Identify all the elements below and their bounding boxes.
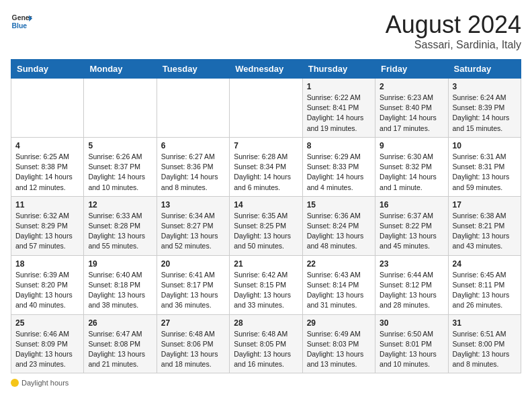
day-info: Sunrise: 6:31 AM Sunset: 8:31 PM Dayligh… bbox=[453, 152, 517, 193]
calendar-cell: 27Sunrise: 6:48 AM Sunset: 8:06 PM Dayli… bbox=[157, 314, 229, 373]
day-number: 12 bbox=[88, 200, 152, 210]
calendar-week-row: 11Sunrise: 6:32 AM Sunset: 8:29 PM Dayli… bbox=[11, 196, 521, 255]
day-info: Sunrise: 6:38 AM Sunset: 8:21 PM Dayligh… bbox=[453, 211, 517, 252]
day-info: Sunrise: 6:44 AM Sunset: 8:12 PM Dayligh… bbox=[380, 270, 443, 311]
day-number: 3 bbox=[453, 82, 517, 91]
calendar-cell: 13Sunrise: 6:34 AM Sunset: 8:27 PM Dayli… bbox=[157, 196, 229, 255]
day-info: Sunrise: 6:45 AM Sunset: 8:11 PM Dayligh… bbox=[453, 270, 517, 311]
day-info: Sunrise: 6:36 AM Sunset: 8:24 PM Dayligh… bbox=[307, 211, 371, 252]
calendar-cell bbox=[84, 79, 157, 138]
day-info: Sunrise: 6:51 AM Sunset: 8:00 PM Dayligh… bbox=[453, 329, 517, 370]
day-number: 15 bbox=[307, 200, 371, 210]
col-header-friday: Friday bbox=[375, 60, 448, 79]
calendar-cell: 22Sunrise: 6:43 AM Sunset: 8:14 PM Dayli… bbox=[302, 255, 375, 314]
title-block: August 2024 Sassari, Sardinia, Italy bbox=[386, 11, 521, 51]
sun-icon bbox=[11, 379, 19, 387]
col-header-monday: Monday bbox=[84, 60, 157, 79]
calendar-cell: 21Sunrise: 6:42 AM Sunset: 8:15 PM Dayli… bbox=[230, 255, 302, 314]
page-header: General Blue August 2024 Sassari, Sardin… bbox=[11, 11, 521, 51]
day-info: Sunrise: 6:37 AM Sunset: 8:22 PM Dayligh… bbox=[380, 211, 443, 252]
calendar-week-row: 1Sunrise: 6:22 AM Sunset: 8:41 PM Daylig… bbox=[11, 79, 521, 138]
col-header-wednesday: Wednesday bbox=[230, 60, 302, 79]
day-number: 13 bbox=[161, 200, 225, 210]
day-number: 24 bbox=[453, 259, 517, 269]
col-header-tuesday: Tuesday bbox=[157, 60, 229, 79]
calendar-cell: 6Sunrise: 6:27 AM Sunset: 8:36 PM Daylig… bbox=[157, 137, 229, 196]
calendar-cell: 4Sunrise: 6:25 AM Sunset: 8:38 PM Daylig… bbox=[11, 137, 84, 196]
calendar-footer: Daylight hours bbox=[11, 379, 521, 388]
day-number: 5 bbox=[88, 141, 152, 150]
calendar-cell: 18Sunrise: 6:39 AM Sunset: 8:20 PM Dayli… bbox=[11, 255, 84, 314]
day-number: 18 bbox=[15, 259, 79, 269]
day-info: Sunrise: 6:34 AM Sunset: 8:27 PM Dayligh… bbox=[161, 211, 225, 252]
day-info: Sunrise: 6:39 AM Sunset: 8:20 PM Dayligh… bbox=[15, 270, 79, 311]
day-info: Sunrise: 6:47 AM Sunset: 8:08 PM Dayligh… bbox=[88, 329, 152, 370]
day-number: 6 bbox=[161, 141, 225, 150]
day-info: Sunrise: 6:33 AM Sunset: 8:28 PM Dayligh… bbox=[88, 211, 152, 252]
calendar-cell: 3Sunrise: 6:24 AM Sunset: 8:39 PM Daylig… bbox=[448, 79, 521, 138]
day-info: Sunrise: 6:48 AM Sunset: 8:06 PM Dayligh… bbox=[161, 329, 225, 370]
day-info: Sunrise: 6:23 AM Sunset: 8:40 PM Dayligh… bbox=[380, 93, 443, 134]
day-number: 25 bbox=[15, 318, 79, 328]
calendar-cell: 25Sunrise: 6:46 AM Sunset: 8:09 PM Dayli… bbox=[11, 314, 84, 373]
day-number: 28 bbox=[234, 318, 298, 328]
day-number: 21 bbox=[234, 259, 298, 269]
calendar-cell: 19Sunrise: 6:40 AM Sunset: 8:18 PM Dayli… bbox=[84, 255, 157, 314]
day-info: Sunrise: 6:46 AM Sunset: 8:09 PM Dayligh… bbox=[15, 329, 79, 370]
calendar-cell: 8Sunrise: 6:29 AM Sunset: 8:33 PM Daylig… bbox=[302, 137, 375, 196]
day-number: 4 bbox=[15, 141, 79, 150]
calendar-cell bbox=[230, 79, 302, 138]
calendar-cell: 2Sunrise: 6:23 AM Sunset: 8:40 PM Daylig… bbox=[375, 79, 448, 138]
calendar-cell: 16Sunrise: 6:37 AM Sunset: 8:22 PM Dayli… bbox=[375, 196, 448, 255]
day-info: Sunrise: 6:42 AM Sunset: 8:15 PM Dayligh… bbox=[234, 270, 298, 311]
calendar-cell: 29Sunrise: 6:49 AM Sunset: 8:03 PM Dayli… bbox=[302, 314, 375, 373]
day-info: Sunrise: 6:26 AM Sunset: 8:37 PM Dayligh… bbox=[88, 152, 152, 193]
calendar-cell: 17Sunrise: 6:38 AM Sunset: 8:21 PM Dayli… bbox=[448, 196, 521, 255]
day-number: 30 bbox=[380, 318, 443, 328]
col-header-thursday: Thursday bbox=[302, 60, 375, 79]
day-number: 11 bbox=[15, 200, 79, 210]
calendar-cell: 10Sunrise: 6:31 AM Sunset: 8:31 PM Dayli… bbox=[448, 137, 521, 196]
day-number: 31 bbox=[453, 318, 517, 328]
day-number: 27 bbox=[161, 318, 225, 328]
daylight-label: Daylight hours bbox=[21, 379, 69, 387]
logo-icon: General Blue bbox=[11, 11, 32, 32]
day-number: 19 bbox=[88, 259, 152, 269]
calendar-cell: 14Sunrise: 6:35 AM Sunset: 8:25 PM Dayli… bbox=[230, 196, 302, 255]
day-info: Sunrise: 6:40 AM Sunset: 8:18 PM Dayligh… bbox=[88, 270, 152, 311]
calendar-cell: 28Sunrise: 6:48 AM Sunset: 8:05 PM Dayli… bbox=[230, 314, 302, 373]
day-info: Sunrise: 6:27 AM Sunset: 8:36 PM Dayligh… bbox=[161, 152, 225, 193]
day-number: 8 bbox=[307, 141, 371, 150]
calendar-cell: 31Sunrise: 6:51 AM Sunset: 8:00 PM Dayli… bbox=[448, 314, 521, 373]
day-number: 7 bbox=[234, 141, 298, 150]
day-info: Sunrise: 6:32 AM Sunset: 8:29 PM Dayligh… bbox=[15, 211, 79, 252]
day-number: 17 bbox=[453, 200, 517, 210]
day-info: Sunrise: 6:49 AM Sunset: 8:03 PM Dayligh… bbox=[307, 329, 371, 370]
calendar-cell: 15Sunrise: 6:36 AM Sunset: 8:24 PM Dayli… bbox=[302, 196, 375, 255]
day-number: 14 bbox=[234, 200, 298, 210]
day-info: Sunrise: 6:24 AM Sunset: 8:39 PM Dayligh… bbox=[453, 93, 517, 134]
calendar-header-row: SundayMondayTuesdayWednesdayThursdayFrid… bbox=[11, 60, 521, 79]
day-info: Sunrise: 6:50 AM Sunset: 8:01 PM Dayligh… bbox=[380, 329, 443, 370]
day-info: Sunrise: 6:35 AM Sunset: 8:25 PM Dayligh… bbox=[234, 211, 298, 252]
day-number: 10 bbox=[453, 141, 517, 150]
calendar-cell: 11Sunrise: 6:32 AM Sunset: 8:29 PM Dayli… bbox=[11, 196, 84, 255]
day-number: 26 bbox=[88, 318, 152, 328]
day-info: Sunrise: 6:43 AM Sunset: 8:14 PM Dayligh… bbox=[307, 270, 371, 311]
logo: General Blue bbox=[11, 11, 32, 32]
day-info: Sunrise: 6:30 AM Sunset: 8:32 PM Dayligh… bbox=[380, 152, 443, 193]
calendar-cell: 1Sunrise: 6:22 AM Sunset: 8:41 PM Daylig… bbox=[302, 79, 375, 138]
calendar-week-row: 4Sunrise: 6:25 AM Sunset: 8:38 PM Daylig… bbox=[11, 137, 521, 196]
location-subtitle: Sassari, Sardinia, Italy bbox=[386, 39, 521, 51]
daylight-legend: Daylight hours bbox=[11, 379, 69, 387]
day-number: 20 bbox=[161, 259, 225, 269]
calendar-cell: 23Sunrise: 6:44 AM Sunset: 8:12 PM Dayli… bbox=[375, 255, 448, 314]
day-info: Sunrise: 6:22 AM Sunset: 8:41 PM Dayligh… bbox=[307, 93, 371, 134]
calendar-cell: 9Sunrise: 6:30 AM Sunset: 8:32 PM Daylig… bbox=[375, 137, 448, 196]
calendar-cell: 12Sunrise: 6:33 AM Sunset: 8:28 PM Dayli… bbox=[84, 196, 157, 255]
col-header-sunday: Sunday bbox=[11, 60, 84, 79]
calendar-cell: 5Sunrise: 6:26 AM Sunset: 8:37 PM Daylig… bbox=[84, 137, 157, 196]
calendar-table: SundayMondayTuesdayWednesdayThursdayFrid… bbox=[11, 59, 521, 373]
day-info: Sunrise: 6:41 AM Sunset: 8:17 PM Dayligh… bbox=[161, 270, 225, 311]
calendar-week-row: 25Sunrise: 6:46 AM Sunset: 8:09 PM Dayli… bbox=[11, 314, 521, 373]
